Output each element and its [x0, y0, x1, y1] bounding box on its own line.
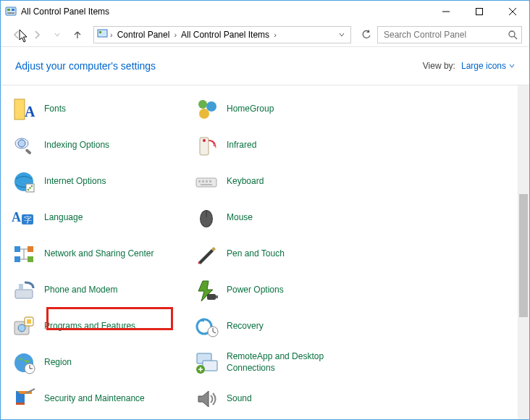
view-by-control: View by: Large icons — [423, 61, 515, 71]
svg-text:字: 字 — [24, 215, 32, 224]
item-label: Security and Maintenance — [44, 393, 145, 405]
control-panel-item[interactable]: Infrared — [190, 127, 364, 164]
svg-rect-9 — [99, 31, 101, 33]
item-label: Sound — [227, 393, 252, 405]
up-button[interactable] — [69, 26, 86, 43]
control-panel-item[interactable]: A字Language — [8, 200, 182, 236]
control-panel-item[interactable]: Indexing Options — [8, 127, 182, 164]
search-icon[interactable] — [504, 30, 521, 40]
svg-point-46 — [199, 109, 209, 119]
control-panel-item[interactable]: HomeGroup — [190, 91, 364, 127]
svg-point-48 — [203, 139, 206, 142]
svg-point-15 — [18, 140, 25, 147]
control-panel-window: All Control Panel Items — [0, 0, 530, 420]
indexing-icon — [11, 133, 37, 159]
svg-point-44 — [198, 100, 207, 109]
svg-point-20 — [31, 185, 33, 187]
control-panel-item[interactable]: Security and Maintenance — [8, 381, 182, 417]
item-label: Recovery — [227, 321, 264, 332]
svg-rect-50 — [198, 180, 201, 182]
programs-icon — [11, 314, 37, 340]
control-panel-item[interactable]: Network and Sharing Center — [8, 236, 182, 272]
control-panel-item[interactable]: AFonts — [8, 91, 182, 127]
power-icon — [193, 277, 219, 303]
recent-locations-dropdown[interactable] — [49, 26, 66, 43]
keyboard-icon — [193, 169, 219, 195]
svg-point-58 — [198, 262, 201, 264]
minimize-button[interactable] — [429, 1, 463, 22]
control-panel-item[interactable]: Pen and Touch — [190, 236, 364, 272]
svg-rect-28 — [28, 256, 33, 262]
search-input[interactable] — [382, 29, 504, 41]
svg-rect-53 — [209, 180, 211, 182]
page-heading: Adjust your computer's settings — [15, 60, 156, 72]
control-panel-item[interactable]: Power Options — [190, 272, 364, 308]
svg-rect-66 — [203, 361, 217, 371]
internet-icon — [11, 169, 37, 195]
control-panel-item[interactable]: Internet Options — [8, 164, 182, 200]
view-by-dropdown[interactable]: Large icons — [461, 61, 515, 71]
view-by-label: View by: — [423, 61, 455, 71]
svg-rect-0 — [6, 7, 16, 15]
svg-point-19 — [29, 187, 30, 188]
svg-rect-26 — [14, 256, 20, 262]
control-panel-item[interactable]: Sound — [190, 381, 364, 417]
close-button[interactable] — [496, 1, 529, 22]
control-panel-item[interactable]: Recovery — [190, 308, 364, 345]
item-label: Phone and Modem — [44, 285, 117, 296]
control-panel-item[interactable]: Phone and Modem — [8, 272, 182, 308]
svg-point-45 — [206, 101, 216, 112]
chevron-right-icon: › — [274, 30, 277, 39]
svg-rect-33 — [19, 284, 23, 290]
control-panel-item[interactable]: Keyboard — [190, 164, 364, 200]
control-panel-item[interactable]: Programs and Features — [8, 308, 182, 345]
svg-rect-2 — [12, 9, 14, 11]
vertical-scrollbar[interactable] — [518, 85, 529, 419]
phone-icon — [11, 277, 37, 303]
titlebar: All Control Panel Items — [1, 1, 529, 22]
item-label: Mouse — [227, 212, 253, 224]
breadcrumb-dropdown[interactable] — [336, 32, 348, 38]
control-panel-item[interactable]: Mouse — [190, 200, 364, 236]
svg-point-35 — [18, 324, 25, 332]
search-box[interactable] — [377, 26, 522, 43]
recovery-icon — [193, 314, 219, 340]
item-label: Pen and Touch — [227, 248, 285, 260]
svg-point-10 — [509, 31, 515, 37]
svg-rect-27 — [28, 246, 33, 252]
svg-rect-32 — [15, 290, 33, 298]
control-panel-item[interactable]: Region — [8, 345, 182, 381]
fonts-icon: A — [11, 96, 37, 122]
security-icon — [11, 386, 37, 412]
svg-rect-60 — [216, 295, 218, 298]
svg-rect-5 — [476, 9, 483, 15]
item-label: Keyboard — [227, 176, 264, 188]
sound-icon — [193, 386, 219, 412]
chevron-right-icon: › — [110, 30, 113, 39]
items-pane: AFontsIndexing OptionsInternet OptionsA字… — [1, 85, 529, 419]
maximize-button[interactable] — [463, 1, 496, 22]
breadcrumb[interactable]: › Control Panel › All Control Panel Item… — [93, 26, 351, 43]
content-header: Adjust your computer's settings View by:… — [1, 47, 529, 85]
forward-button[interactable] — [28, 26, 46, 43]
scrollbar-thumb[interactable] — [519, 194, 528, 317]
svg-rect-1 — [7, 9, 10, 11]
item-label: Indexing Options — [44, 140, 109, 151]
svg-rect-51 — [202, 180, 204, 182]
item-label: Power Options — [227, 285, 284, 296]
view-by-value: Large icons — [461, 61, 506, 71]
breadcrumb-current[interactable]: All Control Panel Items — [178, 30, 272, 40]
mouse-icon — [193, 205, 219, 231]
item-label: Language — [44, 212, 83, 224]
svg-text:A: A — [12, 210, 21, 224]
control-panel-app-icon — [5, 6, 17, 17]
breadcrumb-root[interactable]: Control Panel — [114, 30, 173, 40]
svg-text:A: A — [25, 104, 35, 119]
svg-rect-59 — [207, 294, 216, 300]
svg-rect-16 — [25, 148, 31, 155]
control-panel-item[interactable]: RemoteApp and Desktop Connections — [190, 345, 364, 381]
chevron-right-icon: › — [174, 30, 177, 39]
item-label: Region — [44, 357, 72, 369]
back-button[interactable] — [8, 26, 25, 43]
refresh-button[interactable] — [358, 27, 374, 43]
